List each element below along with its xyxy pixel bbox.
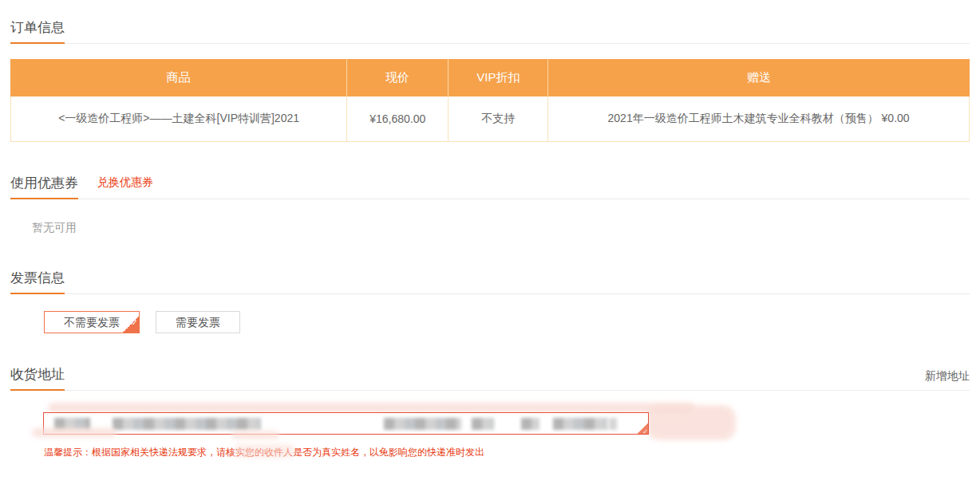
no-invoice-label: 不需要发票 [64, 316, 120, 329]
cell-gift: 2021年一级造价工程师土木建筑专业全科教材（预售） ¥0.00 [548, 96, 969, 141]
redaction-smear [646, 405, 736, 440]
section-shipping-address: 新增地址 收货地址 ✓ 温馨提示：根据国家相关快递法规要求，请核实您的收件人是否… [10, 368, 970, 459]
address-zone: ✓ [43, 406, 713, 443]
address-card-selected[interactable]: ✓ [43, 412, 649, 435]
coupon-empty-text: 暂无可用 [32, 221, 970, 235]
redacted-address [384, 418, 461, 430]
selected-corner-mark: ✓ [123, 317, 139, 333]
redacted-phone [521, 418, 539, 430]
invoice-header: 发票信息 [10, 271, 970, 294]
address-header: 新增地址 收货地址 [10, 368, 970, 391]
section-coupon: 使用优惠券兑换优惠券 暂无可用 [10, 176, 970, 235]
cell-product-name: <一级造价工程师>——土建全科[VIP特训营]2021 [11, 96, 347, 141]
selected-corner-mark: ✓ [637, 423, 648, 434]
column-header-vip-discount: VIP折扣 [449, 59, 548, 96]
redaction-smear [32, 428, 117, 437]
order-info-title: 订单信息 [10, 21, 65, 44]
section-order-info: 订单信息 商品 现价 VIP折扣 赠送 <一级造价工程师>——土建全科[VIP特… [10, 0, 970, 142]
redaction-smear [235, 444, 294, 458]
redaction-smear [231, 431, 279, 439]
need-invoice-label: 需要发票 [176, 316, 220, 329]
check-icon: ✓ [132, 313, 138, 333]
cell-vip-discount: 不支持 [449, 96, 548, 141]
cell-current-price: ¥16,680.00 [347, 96, 449, 141]
need-invoice-button[interactable]: 需要发票 [156, 311, 240, 333]
coupon-header: 使用优惠券兑换优惠券 [10, 176, 970, 199]
redacted-phone [553, 418, 607, 430]
address-title: 收货地址 [10, 368, 65, 391]
exchange-coupon-link[interactable]: 兑换优惠券 [97, 175, 153, 188]
order-table: 商品 现价 VIP折扣 赠送 <一级造价工程师>——土建全科[VIP特训营]20… [10, 59, 970, 142]
coupon-title: 使用优惠券 [10, 176, 78, 199]
no-invoice-button[interactable]: 不需要发票 ✓ [44, 311, 140, 333]
address-notice: 温馨提示：根据国家相关快递法规要求，请核实您的收件人是否为真实姓名，以免影响您的… [44, 446, 970, 459]
checkout-page: 订单信息 商品 现价 VIP折扣 赠送 <一级造价工程师>——土建全科[VIP特… [0, 0, 980, 459]
order-table-row: <一级造价工程师>——土建全科[VIP特训营]2021 ¥16,680.00 不… [10, 96, 970, 142]
redacted-address [113, 418, 261, 430]
add-address-link[interactable]: 新增地址 [925, 370, 970, 381]
redacted-address [472, 418, 494, 430]
column-header-product: 商品 [10, 59, 347, 96]
column-header-price: 现价 [347, 59, 449, 96]
check-icon: ✓ [642, 428, 648, 435]
invoice-options: 不需要发票 ✓ 需要发票 [44, 311, 970, 333]
order-table-header-row: 商品 现价 VIP折扣 赠送 [10, 59, 970, 96]
redacted-phone [609, 418, 617, 430]
section-invoice: 发票信息 不需要发票 ✓ 需要发票 [10, 271, 970, 333]
order-info-header: 订单信息 [10, 21, 970, 44]
column-header-gift: 赠送 [548, 59, 970, 96]
invoice-title: 发票信息 [10, 271, 65, 294]
